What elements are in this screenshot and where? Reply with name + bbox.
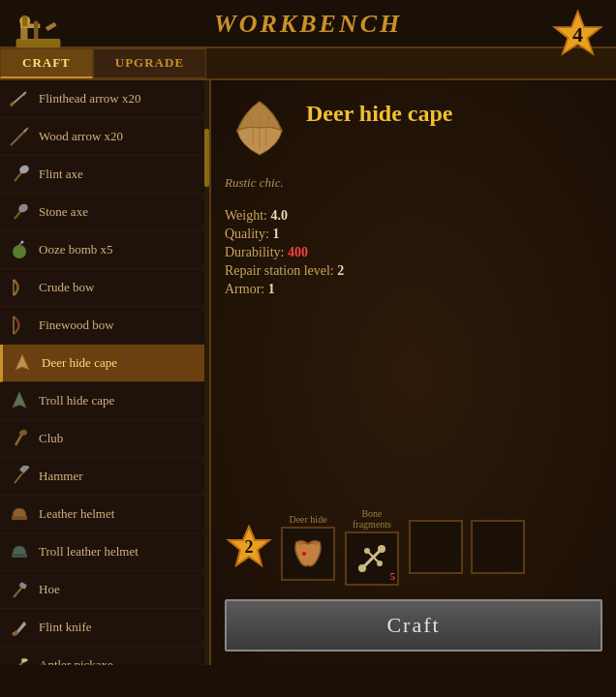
req-label: Bone fragments (343, 508, 401, 530)
list-item-label: Crude bow (39, 280, 94, 295)
list-item[interactable]: Antler pickaxe (0, 647, 209, 665)
list-item[interactable]: Stone axe (0, 194, 209, 231)
svg-point-19 (21, 241, 24, 244)
star-count: 4 (572, 22, 583, 47)
stats-block: Weight: 4.0 Quality: 1 Durability: 400 R… (211, 200, 616, 311)
item-image (225, 96, 294, 166)
club-icon (8, 427, 31, 450)
armor-stat: Armor: 1 (225, 282, 602, 297)
list-item[interactable]: Leather helmet (0, 496, 209, 533)
svg-point-17 (13, 245, 26, 258)
pickaxe-icon (8, 653, 31, 665)
req-bone-fragments: Bone fragments 5 (343, 508, 401, 586)
svg-point-38 (364, 548, 370, 554)
craft-button[interactable]: Craft (225, 599, 602, 652)
axe-icon (8, 200, 31, 224)
durability-stat: Durability: 400 (225, 245, 602, 260)
cape-icon (11, 351, 34, 375)
list-item-label: Club (39, 431, 63, 446)
req-empty-slot (471, 520, 525, 574)
list-item-label: Deer hide cape (42, 355, 117, 371)
helmet-icon (8, 502, 31, 526)
list-item[interactable]: Ooze bomb x5 (0, 231, 209, 269)
list-item-label: Ooze bomb x5 (39, 242, 113, 258)
list-item-selected[interactable]: Deer hide cape (0, 345, 209, 382)
list-item[interactable]: Finewood bow (0, 307, 209, 345)
req-box (281, 527, 335, 581)
req-box: 5 (345, 531, 399, 586)
requirements-section: 2 Deer hide (211, 499, 616, 591)
req-row: 2 Deer hide (225, 508, 602, 586)
arrow-icon (8, 87, 31, 110)
detail-panel: Deer hide cape Rustic chic. Weight: 4.0 … (211, 80, 616, 665)
list-item-label: Flint axe (39, 167, 83, 182)
header-title: WORKBENCH (214, 10, 403, 39)
item-header: Deer hide cape (211, 80, 616, 175)
svg-point-36 (378, 545, 385, 553)
req-label: Deer hide (289, 514, 326, 525)
svg-point-35 (358, 564, 366, 572)
req-empty-slot (409, 520, 463, 574)
list-item[interactable]: Flint knife (0, 609, 209, 647)
tab-upgrade[interactable]: UPGRADE (93, 48, 206, 78)
list-item[interactable]: Club (0, 420, 209, 458)
svg-rect-4 (46, 22, 57, 31)
list-item-label: Troll leather helmet (39, 544, 139, 560)
list-item[interactable]: Crude bow (0, 269, 209, 307)
knife-icon (8, 616, 31, 639)
list-item-label: Flint knife (39, 620, 92, 635)
header: WORKBENCH 4 (0, 0, 616, 48)
bow-icon (8, 314, 31, 337)
svg-rect-25 (19, 466, 30, 473)
bomb-icon (8, 238, 31, 261)
hoe-icon (8, 578, 31, 601)
list-item-label: Flinthead arrow x20 (39, 91, 140, 106)
svg-rect-3 (34, 21, 39, 39)
star-badge: 4 (551, 8, 604, 61)
req-star: 2 (225, 523, 273, 571)
list-item-label: Hammer (39, 469, 82, 484)
list-item[interactable]: Troll leather helmet (0, 533, 209, 571)
svg-line-10 (11, 103, 14, 106)
list-item[interactable]: Flinthead arrow x20 (0, 80, 209, 118)
list-item[interactable]: Wood arrow x20 (0, 118, 209, 156)
req-deer-hide: Deer hide (281, 514, 335, 581)
weight-stat: Weight: 4.0 (225, 208, 602, 224)
item-name: Deer hide cape (306, 96, 453, 128)
list-item[interactable]: Flint axe (0, 156, 209, 194)
req-count: 5 (390, 570, 396, 582)
main-panel: Flinthead arrow x20 Wood arrow x20 Flint… (0, 80, 616, 665)
list-item[interactable]: Troll hide cape (0, 382, 209, 420)
troll-helmet-icon (8, 540, 31, 563)
item-description: Rustic chic. (211, 175, 616, 200)
list-item-label: Antler pickaxe (39, 657, 113, 665)
bow-icon (8, 276, 31, 299)
cape-icon (8, 389, 31, 412)
svg-point-39 (377, 561, 383, 566)
svg-rect-6 (22, 15, 28, 26)
sidebar: Flinthead arrow x20 Wood arrow x20 Flint… (0, 80, 211, 665)
list-item-label: Troll hide cape (39, 393, 114, 409)
quality-stat: Quality: 1 (225, 227, 602, 242)
list-item-label: Leather helmet (39, 506, 114, 522)
list-item[interactable]: Hoe (0, 571, 209, 609)
svg-rect-26 (12, 516, 27, 520)
workbench-icon (12, 8, 65, 61)
svg-point-33 (302, 552, 306, 556)
list-item-label: Stone axe (39, 204, 88, 220)
list-item[interactable]: Hammer (0, 458, 209, 496)
repair-stat: Repair station level: 2 (225, 263, 602, 279)
svg-line-24 (15, 473, 22, 483)
axe-icon (8, 163, 31, 186)
svg-rect-27 (12, 554, 27, 558)
arrow-icon (8, 125, 31, 148)
list-item-label: Wood arrow x20 (39, 129, 123, 144)
tabs-bar: CRAFT UPGRADE (0, 48, 616, 80)
svg-rect-0 (16, 39, 61, 47)
hammer-icon (8, 465, 31, 488)
list-item-label: Finewood bow (39, 318, 114, 333)
list-item-label: Hoe (39, 582, 60, 597)
